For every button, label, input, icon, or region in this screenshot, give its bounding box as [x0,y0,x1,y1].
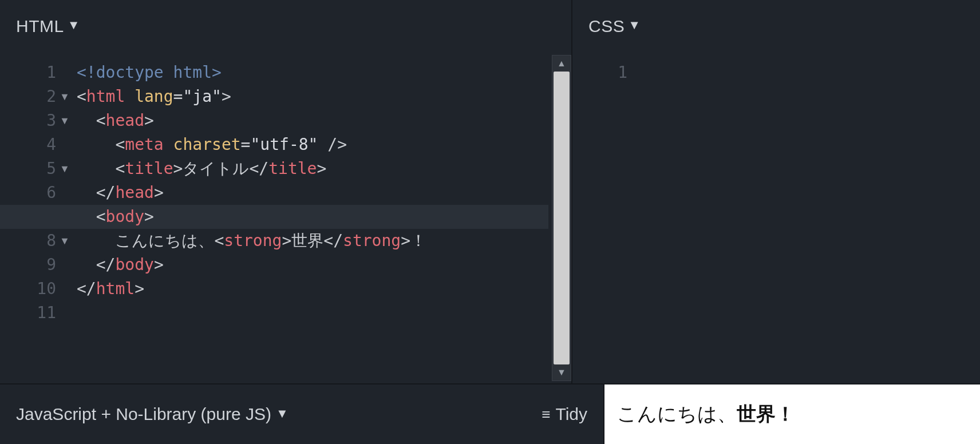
css-pane-header[interactable]: CSS ▼ [572,0,980,53]
tidy-icon: ≡ [542,406,548,423]
result-pane: こんにちは、世界！ [604,384,980,444]
scrollbar-thumb[interactable] [554,72,570,364]
chevron-down-icon: ▼ [68,18,80,33]
html-editor[interactable]: 1234567891011 ▼▼▼▼▼ <!doctype html><html… [0,53,571,383]
js-pane-header[interactable]: JavaScript + No-Library (pure JS) ▼ ≡ Ti… [0,384,604,444]
html-pane-title: HTML [16,17,64,36]
tidy-label: Tidy [555,405,587,424]
css-pane-title: CSS [588,17,625,36]
scrollbar-vertical[interactable]: ▲ ▼ [552,55,571,381]
css-pane: CSS ▼ 1 [572,0,980,383]
tidy-button[interactable]: ≡ Tidy [542,405,587,424]
scroll-down-icon[interactable]: ▼ [552,364,571,380]
css-gutter: 1 [604,61,627,383]
html-code-area[interactable]: <!doctype html><html lang="ja"> <head> <… [77,53,571,383]
chevron-down-icon: ▼ [276,406,289,421]
chevron-down-icon: ▼ [628,18,641,33]
html-pane-header[interactable]: HTML ▼ [0,0,571,53]
scroll-up-icon[interactable]: ▲ [552,56,571,72]
html-pane: HTML ▼ 1234567891011 ▼▼▼▼▼ <!doctype htm… [0,0,572,383]
js-pane-title: JavaScript + No-Library (pure JS) [16,405,271,424]
css-editor[interactable]: 1 [572,53,980,383]
result-strong: 世界！ [737,401,795,427]
result-text: こんにちは、 [617,401,737,427]
